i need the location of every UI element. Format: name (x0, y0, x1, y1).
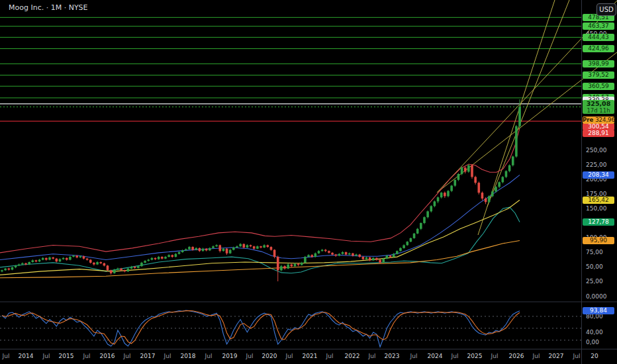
time-label-year: 2021 (303, 353, 318, 359)
candle-body (403, 245, 405, 248)
candle-body (188, 247, 191, 250)
candle-body (508, 165, 511, 171)
candle-body (450, 186, 453, 191)
candle-body (495, 187, 497, 191)
candle-body (11, 267, 14, 270)
candle-body (242, 244, 245, 248)
candle-body (229, 250, 232, 253)
time-label-year: 2020 (262, 353, 277, 359)
candle-body (420, 223, 422, 229)
price-level-label: 300,54 (583, 123, 614, 130)
last-price-label: 325,08 17d 11h (583, 100, 614, 114)
candle-body (32, 260, 34, 262)
price-tick: 150,00 (586, 205, 607, 212)
candle-body (28, 262, 30, 265)
candle-body (66, 258, 68, 260)
premarket-prefix: Pre (583, 116, 593, 123)
candle-body (375, 258, 378, 260)
candle-body (447, 191, 450, 197)
time-label-year: 2027 (549, 353, 564, 359)
candle-body (45, 258, 48, 260)
moving-average-lines (0, 128, 520, 277)
candle-body (72, 255, 75, 257)
candle-body (52, 257, 54, 259)
candle-body (59, 259, 62, 262)
price-axis[interactable]: 325,08 17d 11h Pre324,96 450,00250,00225… (582, 0, 617, 349)
candle-body (62, 258, 65, 259)
time-label-year: 2023 (385, 353, 400, 359)
candle-body (478, 183, 481, 193)
candle-body (307, 255, 310, 257)
symbol-title[interactable]: Moog Inc. · 1M · NYSE (9, 3, 88, 12)
stoch-k-line (2, 310, 520, 347)
pane-borders (0, 0, 617, 364)
price-level-label: 379,52 (583, 71, 614, 79)
price-tick: 75,00 (586, 249, 603, 255)
premarket-value: 324,96 (595, 116, 615, 123)
candle-body (83, 256, 85, 259)
time-axis[interactable]: Jul2014Jul2015Jul2016Jul2017Jul2018Jul20… (0, 349, 617, 364)
candle-body (202, 249, 205, 251)
candle-body (123, 270, 126, 271)
candle-body (96, 262, 99, 265)
horizontal-price-lines[interactable] (0, 17, 581, 121)
price-level-label: 398,99 (583, 60, 614, 68)
candle-body (103, 263, 106, 266)
candle-body (410, 238, 412, 242)
last-price-value: 325,08 (583, 100, 614, 107)
time-label-year: 2024 (428, 353, 443, 359)
candle-body (199, 248, 201, 251)
candle-body (130, 267, 133, 269)
price-level-label: 424,96 (583, 45, 614, 52)
candle-body (437, 197, 440, 201)
time-label-year: 2014 (19, 353, 34, 359)
candle-body (226, 249, 228, 253)
candle-body (1, 270, 3, 271)
candle-body (239, 244, 242, 247)
time-label-year: 2016 (100, 353, 115, 359)
candle-body (15, 265, 17, 267)
candle-body (181, 250, 184, 252)
candle-body (250, 245, 252, 246)
chart-canvas[interactable] (0, 0, 617, 364)
candle-body (158, 257, 160, 259)
candle-body (236, 246, 238, 248)
candle-body (21, 263, 24, 265)
candlestick-series (1, 99, 521, 281)
time-label-month: Jul (286, 353, 293, 359)
candle-body (99, 262, 102, 263)
candle-body (369, 257, 371, 260)
candle-body (488, 196, 491, 202)
candle-body (209, 248, 211, 251)
candle-body (512, 157, 514, 165)
price-level-label: 127,78 (583, 218, 614, 226)
candle-body (280, 266, 283, 270)
candle-body (358, 255, 361, 257)
candle-body (75, 255, 78, 257)
price-level-label: 95,90 (583, 237, 614, 244)
candle-body (362, 257, 365, 259)
premarket-price-label: Pre324,96 (583, 116, 614, 124)
currency-usd-button[interactable]: USD (596, 3, 616, 16)
candle-body (393, 254, 395, 257)
price-level-label: 165,42 (583, 197, 614, 204)
price-tick: 50,00 (586, 263, 603, 270)
candle-body (42, 258, 44, 260)
candle-body (246, 245, 249, 248)
time-label-month: Jul (164, 353, 171, 359)
channel-right-trendline[interactable] (487, 0, 569, 206)
candle-body (7, 269, 10, 270)
time-label-month: Jul (369, 353, 376, 359)
time-label-year: 2019 (222, 353, 238, 359)
candle-body (253, 246, 256, 249)
candle-body (413, 234, 416, 238)
candle-body (171, 255, 173, 257)
candle-body (164, 257, 167, 259)
time-label-month: Jul (43, 353, 50, 359)
time-label-year: 2018 (181, 353, 196, 359)
candle-body (457, 174, 460, 180)
candle-body (120, 269, 122, 271)
candle-body (444, 193, 446, 196)
candle-body (205, 249, 208, 251)
candle-body (348, 253, 351, 255)
